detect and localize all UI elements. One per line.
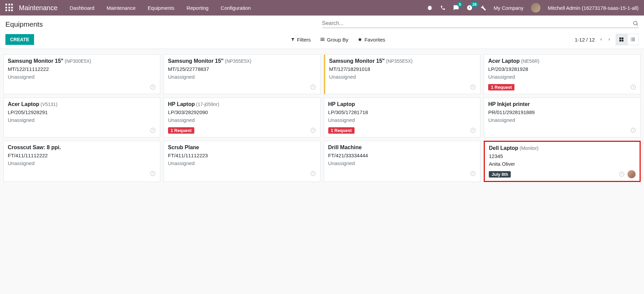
card-serial: FT/411/11112222 xyxy=(8,153,156,158)
pager-text: 1-12 / 12 xyxy=(575,37,595,43)
card-assignee: Unassigned xyxy=(8,74,156,80)
activities-icon[interactable]: 28 xyxy=(467,5,473,11)
svg-rect-3 xyxy=(320,39,325,40)
nav-configuration[interactable]: Configuration xyxy=(221,5,251,11)
nav-maintenance[interactable]: Maintenance xyxy=(107,5,136,11)
search-icon[interactable] xyxy=(633,20,639,26)
filters-menu[interactable]: Filters xyxy=(291,37,311,43)
card-title: Samsung Monitor 15" (NP300E5X) xyxy=(8,58,156,64)
svg-rect-8 xyxy=(622,40,623,42)
card-serial: 12345 xyxy=(489,153,636,159)
card-footer xyxy=(8,169,156,178)
control-panel: Equipments CREATE Filters Group By Favor… xyxy=(0,16,644,49)
card-serial: LP/205/12928291 xyxy=(8,109,156,115)
request-badge: 1 Request xyxy=(168,127,194,134)
main-navbar: Maintenance Dashboard Maintenance Equipm… xyxy=(0,0,644,16)
pager-next[interactable] xyxy=(608,37,611,42)
card-serial: LP/303/28292090 xyxy=(168,109,316,115)
funnel-icon xyxy=(291,37,295,42)
company-switcher[interactable]: My Company xyxy=(494,5,523,11)
app-brand[interactable]: Maintenance xyxy=(19,4,58,12)
activity-clock-icon[interactable] xyxy=(470,127,476,133)
equipment-card[interactable]: HP Inkjet printerPR/011/2928191889Unassi… xyxy=(484,98,641,137)
card-assignee: Unassigned xyxy=(329,74,476,80)
card-assignee: Unassigned xyxy=(8,160,156,166)
pager: 1-12 / 12 xyxy=(575,34,639,45)
nav-equipments[interactable]: Equipments xyxy=(148,5,174,11)
create-button[interactable]: CREATE xyxy=(5,34,34,45)
tools-icon[interactable] xyxy=(480,5,486,11)
kanban-view-button[interactable] xyxy=(616,34,627,45)
svg-rect-7 xyxy=(619,40,621,42)
activity-clock-icon[interactable] xyxy=(150,170,156,177)
card-serial: LP/305/17281718 xyxy=(328,109,476,115)
search-bar[interactable] xyxy=(322,20,639,28)
equipment-card[interactable]: Scrub PlaneFT/411/11112223Unassigned xyxy=(164,141,320,182)
svg-point-0 xyxy=(634,21,637,25)
equipment-card[interactable]: Crosscut Saw: 8 ppi.FT/411/11112222Unass… xyxy=(3,141,160,182)
messages-badge: 5 xyxy=(457,2,463,7)
apps-menu-icon[interactable] xyxy=(5,4,13,12)
svg-rect-4 xyxy=(320,41,325,41)
equipment-card[interactable]: Acer Laptop (V5131)LP/205/12928291Unassi… xyxy=(3,98,160,137)
card-title: Scrub Plane xyxy=(168,144,316,151)
favorites-menu[interactable]: Favorites xyxy=(358,37,385,43)
card-footer xyxy=(329,83,476,91)
svg-rect-2 xyxy=(320,38,325,39)
equipment-card[interactable]: Drill MachineFT/421/33334444Unassigned xyxy=(324,141,481,182)
svg-rect-13 xyxy=(631,41,632,41)
card-footer xyxy=(328,169,476,178)
request-badge: 1 Request xyxy=(328,127,355,134)
card-assignee: Unassigned xyxy=(168,74,316,80)
activity-clock-icon[interactable] xyxy=(630,84,636,90)
equipment-card[interactable]: Samsung Monitor 15" (NP355E5X)MT/125/227… xyxy=(164,54,320,94)
equipment-card[interactable]: Samsung Monitor 15" (NP300E5X)MT/122/111… xyxy=(3,54,160,94)
svg-rect-6 xyxy=(622,37,623,39)
bug-icon[interactable] xyxy=(427,5,433,11)
activity-clock-icon[interactable] xyxy=(630,127,636,133)
activity-clock-icon[interactable] xyxy=(470,84,476,90)
nav-reporting[interactable]: Reporting xyxy=(187,5,208,11)
activity-clock-icon[interactable] xyxy=(310,84,316,90)
card-footer xyxy=(168,83,316,91)
card-serial: MT/125/22778837 xyxy=(168,66,316,72)
request-badge: 1 Request xyxy=(488,84,514,90)
pager-prev[interactable] xyxy=(599,37,603,42)
user-avatar[interactable] xyxy=(531,3,540,12)
card-assignee: Unassigned xyxy=(168,160,316,166)
activity-clock-icon[interactable] xyxy=(619,171,625,177)
activity-clock-icon[interactable] xyxy=(470,170,476,177)
phone-icon[interactable] xyxy=(440,5,446,10)
activity-clock-icon[interactable] xyxy=(310,127,316,133)
kanban-grid: Samsung Monitor 15" (NP300E5X)MT/122/111… xyxy=(0,49,644,187)
equipment-card[interactable]: HP Laptop (17-j059nr)LP/303/28292090Unas… xyxy=(164,98,320,137)
card-footer: July 8th xyxy=(489,170,636,178)
messages-icon[interactable]: 5 xyxy=(453,5,459,11)
svg-rect-12 xyxy=(632,39,635,40)
card-assignee: Anita Oliver xyxy=(489,161,636,167)
nav-dashboard[interactable]: Dashboard xyxy=(70,5,94,11)
card-title: Crosscut Saw: 8 ppi. xyxy=(8,144,156,151)
star-icon xyxy=(358,37,362,42)
activity-clock-icon[interactable] xyxy=(150,127,156,133)
svg-rect-10 xyxy=(632,38,635,38)
search-input[interactable] xyxy=(322,20,633,26)
svg-rect-9 xyxy=(631,38,632,38)
nav-menu: Dashboard Maintenance Equipments Reporti… xyxy=(70,5,427,11)
equipment-card[interactable]: Dell Laptop (Monitor)12345Anita OliverJu… xyxy=(484,141,641,182)
groupby-menu[interactable]: Group By xyxy=(320,37,348,43)
equipment-card[interactable]: Acer Laptop (NE56R)LP/203/19281928Unassi… xyxy=(484,54,641,94)
date-badge: July 8th xyxy=(489,171,511,178)
card-serial: MT/127/18291018 xyxy=(329,66,476,72)
activity-clock-icon[interactable] xyxy=(310,170,316,177)
assignee-avatar xyxy=(627,170,636,178)
view-switcher xyxy=(616,34,639,45)
user-menu[interactable]: Mitchell Admin (16273178-saas-15-1-all) xyxy=(548,5,639,11)
activity-clock-icon[interactable] xyxy=(150,84,156,90)
list-view-button[interactable] xyxy=(627,34,639,45)
card-footer: 1 Request xyxy=(328,126,476,134)
svg-rect-14 xyxy=(632,41,635,41)
nav-right: 5 28 My Company Mitchell Admin (16273178… xyxy=(427,3,639,12)
equipment-card[interactable]: Samsung Monitor 15" (NP355E5X)MT/127/182… xyxy=(324,54,481,94)
equipment-card[interactable]: HP LaptopLP/305/17281718Unassigned1 Requ… xyxy=(324,98,481,137)
